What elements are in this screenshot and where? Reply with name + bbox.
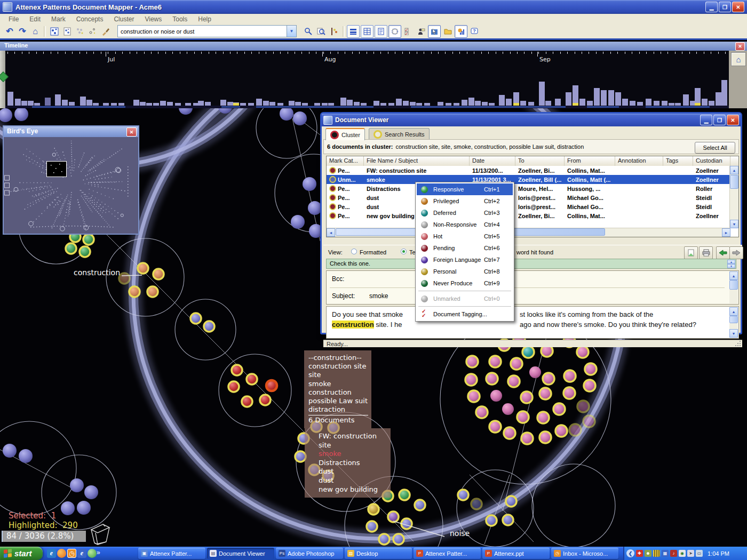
menu-item-document-tagging[interactable]: ✓✓Document Tagging... [417, 308, 513, 320]
timeline-bar[interactable] [198, 101, 204, 106]
timeline-bar[interactable] [21, 101, 27, 106]
timeline-bar[interactable] [374, 101, 379, 106]
document-dot[interactable] [399, 490, 410, 500]
document-dot[interactable] [367, 521, 377, 532]
document-dot[interactable] [295, 451, 306, 462]
document-dot[interactable] [138, 263, 148, 274]
document-dot[interactable] [577, 401, 589, 412]
document-dot[interactable] [3, 444, 17, 458]
table-row[interactable]: Pe...FW: construction site11/13/200...Zo… [327, 166, 738, 175]
timeline-bar[interactable] [587, 101, 593, 106]
timeline-bar[interactable] [513, 92, 519, 106]
task-button-desktop[interactable]: ▨Desktop [345, 548, 412, 559]
table-row[interactable]: Unm...smoke11/13/2001 3...Zoellner, Bill… [327, 175, 738, 184]
document-dot[interactable] [119, 273, 130, 284]
timeline-bar[interactable] [716, 92, 721, 106]
timeline-bar[interactable] [403, 101, 409, 106]
help-button[interactable]: ? [468, 26, 480, 37]
document-dot[interactable] [393, 534, 404, 545]
birds-eye-title[interactable]: Bird's Eye ✕ [4, 126, 138, 137]
close-button[interactable]: ✕ [732, 2, 744, 12]
document-dot[interactable] [522, 346, 534, 358]
messenger-user-icon[interactable]: ☻ [645, 550, 651, 557]
minimize-button[interactable]: ▁ [705, 2, 718, 12]
menu-item-hot[interactable]: HotCtrl+5 [417, 230, 513, 242]
menu-item-pending[interactable]: PendingCtrl+6 [417, 242, 513, 254]
timeline-bar[interactable] [555, 99, 561, 106]
timeline-bar[interactable] [167, 102, 173, 106]
annotation-scroll-buttons[interactable]: ▲▼ [727, 260, 735, 268]
display-settings-icon[interactable]: ▭ [696, 550, 703, 557]
timeline-bar[interactable] [295, 102, 301, 106]
start-button[interactable]: start [0, 547, 43, 560]
timeline-bar[interactable] [482, 102, 488, 106]
timeline-bar[interactable] [622, 99, 628, 106]
timeline-home-button[interactable]: ⌂ [731, 52, 746, 66]
table-cell[interactable]: Zoellner, Bill (... [515, 177, 565, 183]
document-dot[interactable] [232, 365, 242, 375]
timeline-histogram[interactable]: JulAugSep ⌂ [0, 51, 747, 108]
birds-eye-close-icon[interactable]: ✕ [126, 127, 137, 137]
task-button-inbox-microso[interactable]: ◷Inbox - Microso... [551, 548, 618, 559]
timeline-bar[interactable] [579, 99, 585, 106]
timeline-bar[interactable] [269, 102, 275, 106]
menu-file[interactable]: File [3, 15, 24, 23]
document-dot[interactable] [486, 515, 497, 526]
document-map-icon[interactable] [61, 25, 74, 38]
table-row[interactable]: Pe...new gov buildingZoellner, Bi...Coll… [327, 211, 738, 220]
document-dot[interactable] [489, 421, 501, 433]
mark-checklist-button[interactable]: ✓✓ [402, 26, 414, 37]
document-dot[interactable] [129, 286, 140, 297]
timeline-bar[interactable] [545, 101, 551, 106]
quick-launch-overflow-chevron[interactable]: » [97, 549, 100, 556]
quick-launch-app-icon[interactable] [88, 549, 97, 558]
timeline-view-button[interactable] [388, 25, 401, 38]
document-dot[interactable] [486, 373, 498, 385]
table-cell[interactable]: Zoellner [693, 177, 730, 183]
timeline-bar[interactable] [615, 92, 621, 106]
document-dot[interactable] [584, 380, 595, 391]
fields-scrollbar[interactable]: ▲ [729, 271, 738, 303]
document-dot[interactable] [503, 515, 513, 525]
document-view-button[interactable] [375, 25, 387, 38]
table-cell[interactable]: Collins, Mat... [565, 213, 615, 219]
document-dot[interactable] [66, 243, 76, 254]
resize-grip[interactable] [735, 340, 741, 347]
table-cell[interactable]: Pe... [327, 194, 364, 201]
menu-views[interactable]: Views [139, 15, 167, 23]
timeline-bar[interactable] [160, 101, 166, 106]
document-dot[interactable] [190, 313, 201, 324]
table-cell[interactable]: FW: construction site [364, 167, 470, 174]
dv-maximize-button[interactable]: ❐ [713, 115, 726, 125]
column-header-custodian[interactable]: Custodian [693, 156, 730, 166]
document-dot[interactable] [537, 412, 549, 423]
document-dot[interactable] [379, 534, 390, 545]
menu-item-unmarked[interactable]: UnmarkedCtrl+0 [417, 293, 513, 305]
table-cell[interactable]: Zoellner, Bi... [515, 213, 565, 219]
network-display-icon[interactable]: ▦ [662, 550, 669, 557]
menu-item-personal[interactable]: PersonalCtrl+8 [417, 266, 513, 277]
table-row[interactable]: Pe...dustloris@prest...Michael Go...Stei… [327, 193, 738, 202]
search-dropdown-button[interactable]: ▼ [287, 26, 296, 37]
timeline-close-icon[interactable]: ✕ [735, 42, 745, 51]
task-button-adobe-photoshop[interactable]: PsAdobe Photoshop [276, 548, 343, 559]
volume-muted-icon[interactable]: ♪ [670, 550, 677, 557]
timeline-bar[interactable] [133, 100, 139, 106]
document-dot[interactable] [539, 431, 551, 443]
table-cell[interactable]: Unm... [327, 176, 364, 183]
menu-tools[interactable]: Tools [167, 15, 193, 23]
document-dot[interactable] [521, 433, 533, 444]
document-dot[interactable] [291, 215, 305, 229]
dv-close-button[interactable]: ✕ [727, 115, 739, 125]
timeline-bar[interactable] [256, 99, 262, 106]
table-row[interactable]: Pe...dustloris@prest...Michael Go...Stei… [327, 202, 738, 211]
menu-item-responsive[interactable]: ResponsiveCtrl+1 [417, 183, 513, 195]
table-view-button[interactable] [361, 25, 374, 38]
column-header-file-name-subject[interactable]: File Name / Subject [364, 156, 470, 166]
document-dot[interactable] [368, 504, 379, 515]
document-dot[interactable] [585, 363, 597, 375]
timeline-bar[interactable] [608, 90, 614, 106]
timeline-bar[interactable] [702, 99, 708, 106]
document-dot[interactable] [228, 381, 239, 392]
timeline-bar[interactable] [528, 102, 534, 106]
